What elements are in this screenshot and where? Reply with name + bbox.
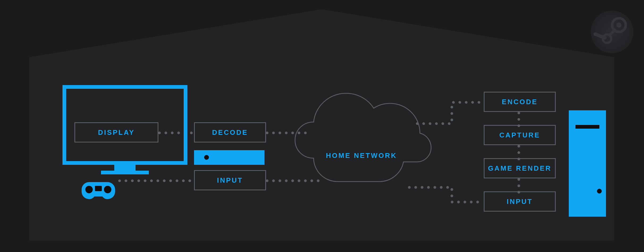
tv-foot bbox=[101, 171, 149, 174]
steam-link-led bbox=[204, 155, 209, 160]
svg-rect-12 bbox=[95, 186, 102, 191]
encode-step: ENCODE bbox=[484, 92, 556, 112]
decode-step: DECODE bbox=[194, 122, 266, 142]
controller-icon bbox=[81, 177, 116, 203]
diagram-stage: DISPLAY DECODE INPUT HOME NETWORK ENCODE… bbox=[0, 0, 644, 252]
client-input-step: INPUT bbox=[194, 170, 266, 190]
capture-step: CAPTURE bbox=[484, 125, 556, 145]
svg-point-11 bbox=[104, 186, 111, 193]
pc-power-button-icon bbox=[597, 189, 602, 194]
tv-stand bbox=[114, 165, 136, 171]
pc-drive-slot bbox=[575, 125, 599, 129]
host-input-step: INPUT bbox=[484, 191, 556, 212]
svg-point-1 bbox=[616, 23, 621, 28]
game-render-step: GAME RENDER bbox=[484, 158, 556, 178]
display-step: DISPLAY bbox=[74, 122, 158, 142]
svg-point-10 bbox=[85, 186, 93, 193]
home-network-label: HOME NETWORK bbox=[295, 152, 428, 160]
